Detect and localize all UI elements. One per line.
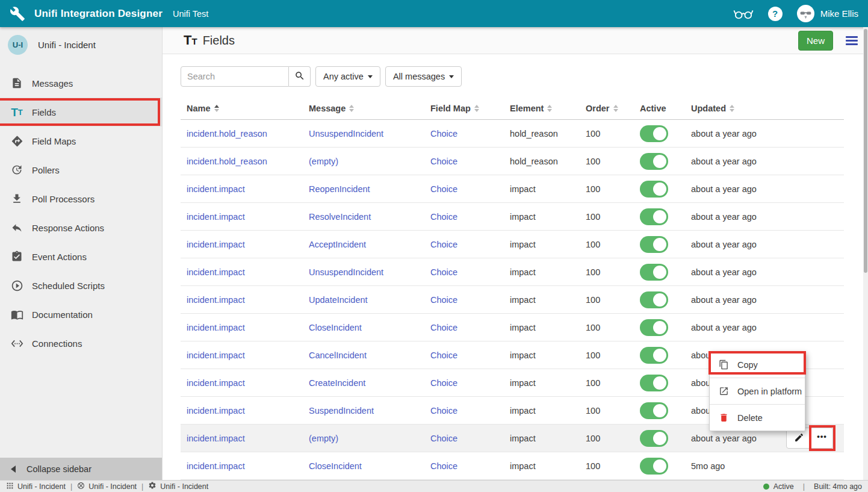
context-menu-delete[interactable]: Delete [710, 405, 805, 431]
active-toggle[interactable] [640, 291, 668, 308]
sidebar-item-poll-processors[interactable]: Poll Processors [0, 184, 162, 213]
order-value: 100 [586, 323, 600, 332]
sidebar-item-documentation[interactable]: Documentation [0, 300, 162, 329]
scrollbar-thumb[interactable] [864, 29, 867, 273]
message-link[interactable]: CloseIncident [309, 323, 362, 332]
field-map-link[interactable]: Choice [430, 461, 457, 471]
active-filter-dropdown[interactable]: Any active [315, 66, 380, 87]
active-toggle[interactable] [640, 347, 668, 364]
name-link[interactable]: incident.impact [187, 212, 245, 222]
workspace-link-2[interactable]: Unifi - Incident [77, 482, 137, 491]
name-link[interactable]: incident.impact [187, 350, 245, 360]
sidebar-item-response-actions[interactable]: Response Actions [0, 213, 162, 242]
message-link[interactable]: CloseIncident [309, 461, 362, 471]
user-menu[interactable]: Mike Ellis [797, 5, 858, 22]
new-button[interactable]: New [798, 31, 833, 51]
message-link[interactable]: UnsuspendIncident [309, 129, 383, 139]
order-value: 100 [586, 212, 600, 222]
active-toggle[interactable] [640, 319, 668, 336]
message-link[interactable]: ResolveIncident [309, 212, 371, 222]
table-row: incident.impact UnsuspendIncident Choice… [181, 258, 844, 286]
name-link[interactable]: incident.impact [187, 295, 245, 305]
field-map-link[interactable]: Choice [430, 240, 457, 249]
sort-icon [474, 105, 479, 112]
help-icon[interactable]: ? [768, 7, 783, 21]
name-link[interactable]: incident.impact [187, 240, 245, 249]
environment-name[interactable]: Unifi Test [173, 9, 208, 19]
message-link[interactable]: CreateIncident [309, 378, 365, 388]
message-link[interactable]: UpdateIncident [309, 295, 368, 305]
field-map-link[interactable]: Choice [430, 295, 457, 305]
more-actions-button[interactable]: ••• [811, 428, 833, 449]
sidebar-item-label: Poll Processors [32, 194, 95, 204]
field-map-link[interactable]: Choice [430, 406, 457, 416]
field-map-link[interactable]: Choice [430, 434, 457, 443]
active-toggle[interactable] [640, 402, 668, 419]
active-toggle[interactable] [640, 430, 668, 447]
column-header-message[interactable]: Message [303, 104, 424, 113]
message-filter-dropdown[interactable]: All messages [385, 66, 462, 87]
name-link[interactable]: incident.impact [187, 461, 245, 471]
name-link[interactable]: incident.impact [187, 267, 245, 277]
column-header-element[interactable]: Element [504, 104, 580, 113]
name-link[interactable]: incident.impact [187, 323, 245, 332]
field-map-link[interactable]: Choice [430, 212, 457, 222]
name-link[interactable]: incident.hold_reason [187, 157, 267, 166]
message-link[interactable]: ReopenIncident [309, 184, 370, 194]
context-menu-open-in-platform[interactable]: Open in platform [710, 378, 805, 404]
column-header-field-map[interactable]: Field Map [424, 104, 504, 113]
field-map-link[interactable]: Choice [430, 350, 457, 360]
active-toggle[interactable] [640, 181, 668, 198]
field-map-link[interactable]: Choice [430, 184, 457, 194]
column-label: Message [309, 104, 346, 113]
sidebar-item-fields[interactable]: TT Fields [0, 98, 162, 126]
active-toggle[interactable] [640, 458, 668, 475]
toggle-knob [653, 266, 666, 279]
field-map-link[interactable]: Choice [430, 323, 457, 332]
name-link[interactable]: incident.hold_reason [187, 129, 267, 139]
active-toggle[interactable] [640, 264, 668, 281]
collapse-sidebar-button[interactable]: Collapse sidebar [0, 458, 162, 480]
field-map-link[interactable]: Choice [430, 267, 457, 277]
message-link[interactable]: (empty) [309, 434, 338, 443]
active-toggle[interactable] [640, 125, 668, 142]
sidebar-item-pollers[interactable]: Pollers [0, 155, 162, 184]
field-map-link[interactable]: Choice [430, 157, 457, 166]
search-button[interactable] [289, 66, 311, 87]
integration-header[interactable]: U-I Unifi - Incident [0, 27, 162, 62]
workspace-link-1[interactable]: Unifi - Incident [6, 482, 66, 491]
glasses-icon[interactable] [733, 7, 754, 20]
column-header-name[interactable]: Name [181, 104, 303, 113]
table-header-row: NameMessageField MapElementOrderActiveUp… [181, 97, 844, 120]
sidebar-item-messages[interactable]: Messages [0, 69, 162, 98]
active-toggle[interactable] [640, 208, 668, 225]
message-link[interactable]: AcceptIncident [309, 240, 366, 249]
active-toggle[interactable] [640, 375, 668, 391]
field-map-link[interactable]: Choice [430, 129, 457, 139]
column-header-updated[interactable]: Updated [685, 104, 844, 113]
sidebar-item-event-actions[interactable]: Event Actions [0, 242, 162, 271]
name-link[interactable]: incident.impact [187, 406, 245, 416]
chevron-down-icon [368, 75, 373, 78]
sidebar-item-scheduled-scripts[interactable]: Scheduled Scripts [0, 271, 162, 300]
active-toggle[interactable] [640, 153, 668, 170]
name-link[interactable]: incident.impact [187, 378, 245, 388]
search-input[interactable] [181, 66, 289, 87]
sidebar-item-field-maps[interactable]: Field Maps [0, 126, 162, 155]
message-link[interactable]: SuspendIncident [309, 406, 374, 416]
active-toggle[interactable] [640, 236, 668, 253]
context-menu-copy[interactable]: Copy [710, 352, 805, 378]
document-icon [10, 76, 23, 90]
workspace-link-3[interactable]: Unifi - Incident [148, 481, 208, 491]
vertical-scrollbar[interactable] [863, 27, 868, 480]
name-link[interactable]: incident.impact [187, 184, 245, 194]
name-link[interactable]: incident.impact [187, 434, 245, 443]
menu-hamburger-icon[interactable] [846, 36, 858, 45]
message-link[interactable]: (empty) [309, 157, 338, 166]
message-link[interactable]: UnsuspendIncident [309, 267, 383, 277]
column-header-order[interactable]: Order [580, 104, 634, 113]
field-map-link[interactable]: Choice [430, 378, 457, 388]
element-value: hold_reason [510, 129, 558, 139]
message-link[interactable]: CancelIncident [309, 350, 367, 360]
sidebar-item-connections[interactable]: Connections [0, 329, 162, 358]
